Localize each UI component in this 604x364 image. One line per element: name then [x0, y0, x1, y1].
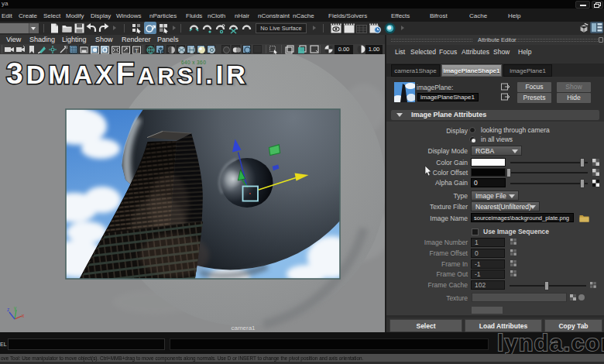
- svg-text:T: T: [135, 47, 139, 54]
- svg-text:camera1: camera1: [231, 325, 256, 331]
- svg-text:3DMAXFARSI.IR: 3DMAXFARSI.IR: [6, 57, 249, 90]
- svg-text:z: z: [7, 307, 9, 312]
